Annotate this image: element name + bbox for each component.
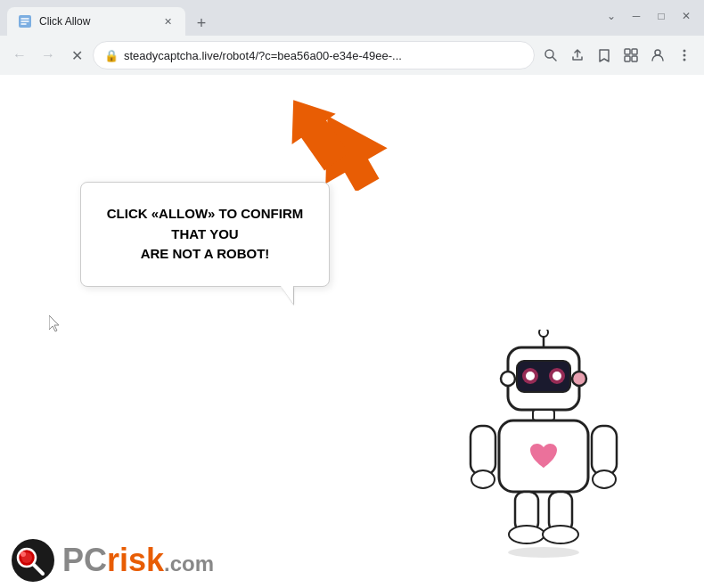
bubble-text: CLICK «ALLOW» TO CONFIRM THAT YOU ARE NO… xyxy=(106,204,304,265)
pcrisk-text: PCrisk.com xyxy=(62,542,214,579)
speech-bubble: CLICK «ALLOW» TO CONFIRM THAT YOU ARE NO… xyxy=(80,182,330,287)
bubble-line1: CLICK «ALLOW» TO CONFIRM THAT YOU xyxy=(107,206,304,241)
svg-point-16 xyxy=(539,330,548,337)
svg-rect-6 xyxy=(632,56,637,61)
tab-favicon xyxy=(18,14,32,29)
minimize-button[interactable]: ─ xyxy=(626,5,647,27)
window-controls: ⌄ ─ □ ✕ xyxy=(601,5,697,27)
bookmark-button[interactable] xyxy=(592,43,617,68)
address-bar[interactable]: 🔒 steadycaptcha.live/robot4/?c=bea56a00-… xyxy=(93,41,535,69)
svg-rect-27 xyxy=(592,426,617,475)
robot-svg xyxy=(454,330,633,561)
chrome-window: Click Allow ✕ + ⌄ ─ □ ✕ ← → ✕ 🔒 steadyca… xyxy=(0,0,704,588)
svg-point-22 xyxy=(501,372,515,386)
svg-point-28 xyxy=(471,470,495,488)
svg-rect-4 xyxy=(632,49,637,54)
menu-button[interactable] xyxy=(672,43,697,68)
svg-point-33 xyxy=(543,526,578,543)
tab-bar: Click Allow ✕ + ⌄ ─ □ ✕ xyxy=(0,0,704,36)
page-content: CLICK «ALLOW» TO CONFIRM THAT YOU ARE NO… xyxy=(0,75,704,588)
svg-rect-3 xyxy=(625,49,630,54)
tab-title: Click Allow xyxy=(39,15,153,28)
profile-icon xyxy=(651,48,665,62)
pcrisk-logo-icon xyxy=(11,538,55,583)
active-tab[interactable]: Click Allow ✕ xyxy=(7,7,185,36)
search-button[interactable] xyxy=(538,43,563,68)
tab-search-button[interactable]: ⌄ xyxy=(601,5,622,27)
lock-icon: 🔒 xyxy=(104,49,119,62)
svg-rect-26 xyxy=(471,426,495,475)
pcrisk-watermark: PCrisk.com xyxy=(0,533,225,588)
svg-point-23 xyxy=(572,372,586,386)
svg-point-29 xyxy=(593,470,616,488)
mouse-cursor xyxy=(49,315,60,331)
svg-point-38 xyxy=(20,551,26,557)
svg-rect-5 xyxy=(625,56,630,61)
svg-point-10 xyxy=(684,59,686,61)
profile-button[interactable] xyxy=(645,43,670,68)
risk-text: risk xyxy=(107,542,164,578)
svg-point-9 xyxy=(684,54,686,57)
extensions-button[interactable] xyxy=(618,43,643,68)
new-tab-button[interactable]: + xyxy=(189,11,214,36)
back-button[interactable]: ← xyxy=(7,43,32,68)
svg-marker-13 xyxy=(276,88,356,177)
maximize-button[interactable]: □ xyxy=(651,5,672,27)
svg-line-2 xyxy=(553,57,556,61)
svg-point-34 xyxy=(508,547,579,558)
bookmark-icon xyxy=(597,48,611,62)
close-button[interactable]: ✕ xyxy=(675,5,697,27)
svg-rect-24 xyxy=(533,410,554,421)
svg-point-8 xyxy=(684,50,686,53)
share-icon xyxy=(570,48,585,62)
tab-close-button[interactable]: ✕ xyxy=(160,14,175,29)
extensions-icon xyxy=(624,48,638,62)
com-text: .com xyxy=(164,551,214,576)
bubble-line2: ARE NOT A ROBOT! xyxy=(141,246,270,261)
toolbar-right-icons xyxy=(538,43,697,68)
robot-character xyxy=(454,330,633,561)
orange-up-arrow xyxy=(276,88,356,181)
pc-text: PC xyxy=(62,542,107,578)
toolbar: ← → ✕ 🔒 steadycaptcha.live/robot4/?c=bea… xyxy=(0,36,704,75)
share-button[interactable] xyxy=(565,43,590,68)
menu-icon xyxy=(677,48,692,62)
reload-button[interactable]: ✕ xyxy=(64,43,89,68)
svg-point-20 xyxy=(526,372,535,380)
svg-point-21 xyxy=(553,372,561,380)
search-icon xyxy=(544,48,558,62)
svg-point-7 xyxy=(655,50,660,55)
address-text: steadycaptcha.live/robot4/?c=bea56a00-e3… xyxy=(124,49,523,62)
forward-button[interactable]: → xyxy=(36,43,61,68)
svg-point-32 xyxy=(509,526,544,543)
